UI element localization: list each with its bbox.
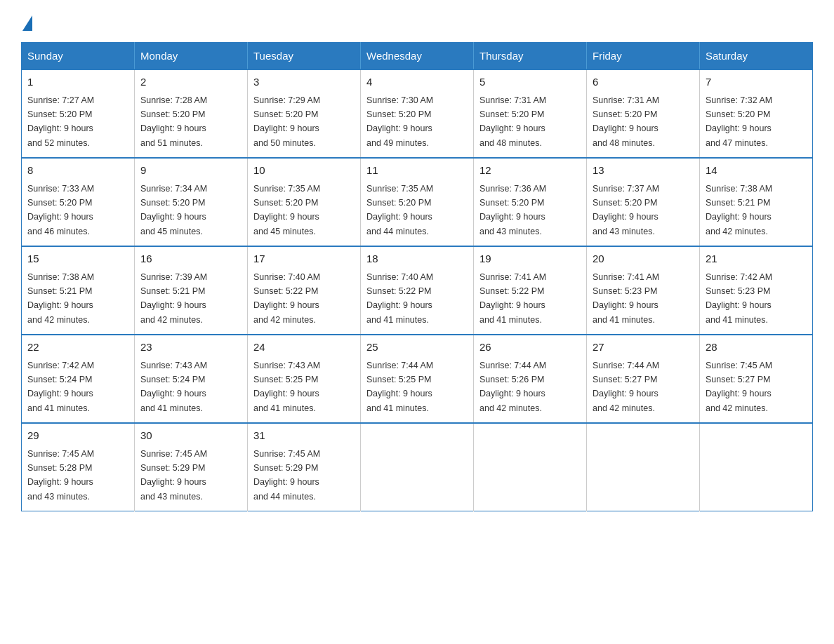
calendar-table: SundayMondayTuesdayWednesdayThursdayFrid… [21,42,813,511]
day-number: 18 [366,251,468,267]
header-wednesday: Wednesday [361,43,474,70]
day-number: 1 [27,74,128,90]
day-info: Sunrise: 7:45 AMSunset: 5:28 PMDaylight:… [27,449,94,502]
day-number: 11 [366,163,468,179]
day-number: 28 [706,340,807,356]
day-number: 2 [140,74,241,90]
calendar-cell: 31 Sunrise: 7:45 AMSunset: 5:29 PMDaylig… [248,423,361,511]
day-number: 17 [253,251,355,267]
header-friday: Friday [587,43,700,70]
day-number: 9 [140,163,241,179]
calendar-cell: 5 Sunrise: 7:31 AMSunset: 5:20 PMDayligh… [474,69,587,158]
calendar-week-row: 15 Sunrise: 7:38 AMSunset: 5:21 PMDaylig… [22,246,813,335]
calendar-cell: 8 Sunrise: 7:33 AMSunset: 5:20 PMDayligh… [22,158,135,246]
day-number: 21 [706,251,807,267]
calendar-cell: 9 Sunrise: 7:34 AMSunset: 5:20 PMDayligh… [135,158,248,246]
day-info: Sunrise: 7:43 AMSunset: 5:25 PMDaylight:… [253,361,320,413]
calendar-cell: 29 Sunrise: 7:45 AMSunset: 5:28 PMDaylig… [22,423,135,511]
calendar-cell: 1 Sunrise: 7:27 AMSunset: 5:20 PMDayligh… [22,69,135,158]
day-info: Sunrise: 7:33 AMSunset: 5:20 PMDaylight:… [27,184,94,236]
calendar-cell: 26 Sunrise: 7:44 AMSunset: 5:26 PMDaylig… [474,335,587,423]
day-info: Sunrise: 7:30 AMSunset: 5:20 PMDaylight:… [366,95,433,148]
day-info: Sunrise: 7:35 AMSunset: 5:20 PMDaylight:… [253,184,320,236]
day-info: Sunrise: 7:37 AMSunset: 5:20 PMDaylight:… [593,184,659,236]
day-info: Sunrise: 7:41 AMSunset: 5:22 PMDaylight:… [479,272,546,325]
day-number: 14 [706,163,807,179]
header-monday: Monday [135,43,248,70]
calendar-cell: 20 Sunrise: 7:41 AMSunset: 5:23 PMDaylig… [587,246,700,335]
day-number: 7 [706,74,807,90]
day-info: Sunrise: 7:42 AMSunset: 5:24 PMDaylight:… [27,361,94,413]
calendar-week-row: 29 Sunrise: 7:45 AMSunset: 5:28 PMDaylig… [22,423,813,511]
calendar-cell [474,423,587,511]
day-number: 4 [366,74,468,90]
calendar-cell: 13 Sunrise: 7:37 AMSunset: 5:20 PMDaylig… [587,158,700,246]
day-info: Sunrise: 7:29 AMSunset: 5:20 PMDaylight:… [253,95,320,148]
day-number: 19 [479,251,581,267]
day-number: 3 [253,74,355,90]
calendar-cell: 3 Sunrise: 7:29 AMSunset: 5:20 PMDayligh… [248,69,361,158]
calendar-week-row: 1 Sunrise: 7:27 AMSunset: 5:20 PMDayligh… [22,69,813,158]
page-header [21,14,813,31]
calendar-cell: 6 Sunrise: 7:31 AMSunset: 5:20 PMDayligh… [587,69,700,158]
calendar-cell: 28 Sunrise: 7:45 AMSunset: 5:27 PMDaylig… [700,335,813,423]
day-info: Sunrise: 7:41 AMSunset: 5:23 PMDaylight:… [593,272,659,325]
day-info: Sunrise: 7:34 AMSunset: 5:20 PMDaylight:… [140,184,207,236]
calendar-cell: 14 Sunrise: 7:38 AMSunset: 5:21 PMDaylig… [700,158,813,246]
calendar-cell: 16 Sunrise: 7:39 AMSunset: 5:21 PMDaylig… [135,246,248,335]
day-number: 27 [593,340,694,356]
day-info: Sunrise: 7:45 AMSunset: 5:29 PMDaylight:… [253,449,320,502]
calendar-cell: 4 Sunrise: 7:30 AMSunset: 5:20 PMDayligh… [361,69,474,158]
header-tuesday: Tuesday [248,43,361,70]
calendar-cell: 30 Sunrise: 7:45 AMSunset: 5:29 PMDaylig… [135,423,248,511]
header-thursday: Thursday [474,43,587,70]
calendar-week-row: 8 Sunrise: 7:33 AMSunset: 5:20 PMDayligh… [22,158,813,246]
day-number: 31 [253,428,355,444]
day-number: 12 [479,163,581,179]
calendar-cell: 17 Sunrise: 7:40 AMSunset: 5:22 PMDaylig… [248,246,361,335]
day-info: Sunrise: 7:44 AMSunset: 5:27 PMDaylight:… [593,361,659,413]
day-number: 8 [27,163,128,179]
calendar-cell: 27 Sunrise: 7:44 AMSunset: 5:27 PMDaylig… [587,335,700,423]
calendar-header-row: SundayMondayTuesdayWednesdayThursdayFrid… [22,43,813,70]
day-info: Sunrise: 7:43 AMSunset: 5:24 PMDaylight:… [140,361,207,413]
calendar-cell: 7 Sunrise: 7:32 AMSunset: 5:20 PMDayligh… [700,69,813,158]
calendar-cell [700,423,813,511]
day-info: Sunrise: 7:40 AMSunset: 5:22 PMDaylight:… [253,272,320,325]
day-number: 16 [140,251,241,267]
calendar-cell: 18 Sunrise: 7:40 AMSunset: 5:22 PMDaylig… [361,246,474,335]
day-info: Sunrise: 7:45 AMSunset: 5:29 PMDaylight:… [140,449,207,502]
calendar-cell: 2 Sunrise: 7:28 AMSunset: 5:20 PMDayligh… [135,69,248,158]
day-info: Sunrise: 7:38 AMSunset: 5:21 PMDaylight:… [27,272,94,325]
calendar-cell: 22 Sunrise: 7:42 AMSunset: 5:24 PMDaylig… [22,335,135,423]
day-info: Sunrise: 7:31 AMSunset: 5:20 PMDaylight:… [479,95,546,148]
day-info: Sunrise: 7:39 AMSunset: 5:21 PMDaylight:… [140,272,207,325]
calendar-cell: 25 Sunrise: 7:44 AMSunset: 5:25 PMDaylig… [361,335,474,423]
day-number: 30 [140,428,241,444]
day-info: Sunrise: 7:28 AMSunset: 5:20 PMDaylight:… [140,95,207,148]
day-info: Sunrise: 7:31 AMSunset: 5:20 PMDaylight:… [593,95,659,148]
day-info: Sunrise: 7:27 AMSunset: 5:20 PMDaylight:… [27,95,94,148]
calendar-cell: 11 Sunrise: 7:35 AMSunset: 5:20 PMDaylig… [361,158,474,246]
day-number: 5 [479,74,581,90]
calendar-cell: 24 Sunrise: 7:43 AMSunset: 5:25 PMDaylig… [248,335,361,423]
day-info: Sunrise: 7:35 AMSunset: 5:20 PMDaylight:… [366,184,433,236]
header-sunday: Sunday [22,43,135,70]
calendar-cell [587,423,700,511]
day-info: Sunrise: 7:32 AMSunset: 5:20 PMDaylight:… [706,95,772,148]
calendar-cell: 12 Sunrise: 7:36 AMSunset: 5:20 PMDaylig… [474,158,587,246]
logo [21,14,32,31]
day-number: 26 [479,340,581,356]
day-number: 22 [27,340,128,356]
header-saturday: Saturday [700,43,813,70]
day-info: Sunrise: 7:38 AMSunset: 5:21 PMDaylight:… [706,184,772,236]
day-number: 23 [140,340,241,356]
calendar-cell: 19 Sunrise: 7:41 AMSunset: 5:22 PMDaylig… [474,246,587,335]
calendar-cell: 23 Sunrise: 7:43 AMSunset: 5:24 PMDaylig… [135,335,248,423]
day-number: 20 [593,251,694,267]
day-number: 13 [593,163,694,179]
day-info: Sunrise: 7:40 AMSunset: 5:22 PMDaylight:… [366,272,433,325]
calendar-week-row: 22 Sunrise: 7:42 AMSunset: 5:24 PMDaylig… [22,335,813,423]
day-info: Sunrise: 7:45 AMSunset: 5:27 PMDaylight:… [706,361,772,413]
day-number: 24 [253,340,355,356]
